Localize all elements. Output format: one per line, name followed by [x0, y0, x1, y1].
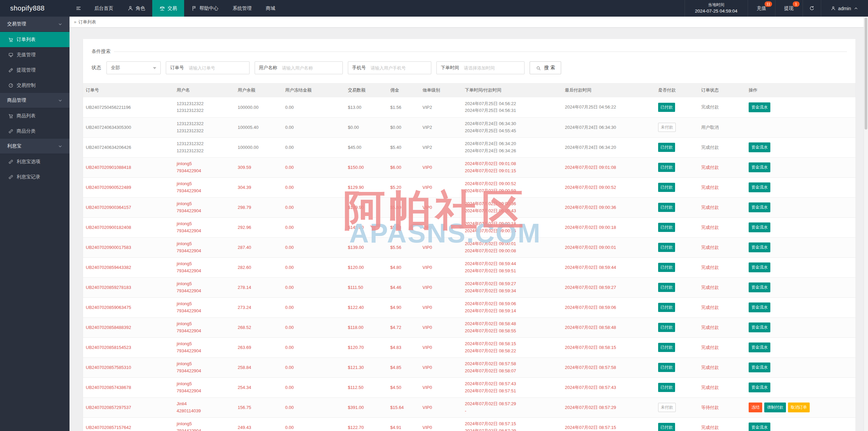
frozen-cell: 0.00 [282, 297, 345, 317]
sidebar-group-header[interactable]: 利息宝 [0, 139, 70, 154]
admin-username: admin [838, 6, 851, 11]
recharge-button[interactable]: 充值 11 [748, 0, 775, 17]
search-button[interactable]: 搜 索 [530, 61, 561, 74]
app-logo: shopify888 [0, 0, 70, 17]
sidebar-item[interactable]: 利息宝记录 [0, 169, 70, 184]
vertical-scrollbar[interactable] [864, 17, 868, 431]
funds-flow-button[interactable]: 资金流水 [749, 282, 770, 292]
order-time-cell: 2024年07月02日 09:00:012024年07月02日 09:00:08 [462, 237, 562, 257]
sidebar-item[interactable]: 交易控制 [0, 78, 70, 93]
commission-cell: $5.83 [388, 217, 420, 237]
sidebar-item[interactable]: 商品分类 [0, 123, 70, 139]
funds-flow-button[interactable]: 资金流水 [749, 242, 770, 252]
funds-flow-button[interactable]: 资金流水 [749, 423, 770, 431]
force-pay-button[interactable]: 强制付款 [764, 403, 786, 412]
flag-icon [191, 5, 197, 11]
sidebar-item[interactable]: 订单列表 [0, 32, 70, 47]
search-field-input[interactable] [188, 62, 249, 74]
funds-flow-button[interactable]: 资金流水 [749, 162, 770, 172]
amount-cell: $139.00 [345, 237, 388, 257]
sidebar-item[interactable]: 提现管理 [0, 62, 70, 78]
user-cell: jinlong57934422904 [174, 177, 235, 197]
balance-cell: 292.96 [235, 217, 282, 237]
last-pay-time-cell: 2024年07月02日 08:57:43 [562, 377, 655, 397]
user-cell: jinlong57934422904 [174, 237, 235, 257]
sidebar-group-header[interactable]: 交易管理 [0, 17, 70, 32]
funds-flow-button[interactable]: 资金流水 [749, 383, 770, 392]
order-no-cell: UB2407020900364157 [83, 197, 174, 217]
funds-flow-button[interactable]: 资金流水 [749, 202, 770, 212]
funds-flow-button[interactable]: 资金流水 [749, 102, 770, 112]
pay-status-badge: 已付款 [658, 163, 675, 172]
column-header: 交易数额 [345, 83, 388, 97]
order-no-cell: UB2407020859278183 [83, 277, 174, 297]
order-status-cell: 用户取消 [698, 117, 746, 137]
funds-flow-button[interactable]: 资金流水 [749, 302, 770, 312]
nav-item[interactable]: 帮助中心 [184, 0, 225, 17]
sidebar-item-label: 提现管理 [17, 67, 36, 73]
last-pay-time-cell: 2024年07月02日 08:57:58 [562, 357, 655, 377]
column-header: 操作 [746, 83, 855, 97]
commission-cell: $4.83 [388, 337, 420, 357]
refresh-button[interactable] [803, 0, 821, 17]
commission-cell: $4.91 [388, 417, 420, 431]
search-field-input[interactable] [463, 62, 524, 74]
refresh-icon [809, 5, 815, 11]
scrollbar-thumb[interactable] [865, 18, 867, 130]
sidebar-group-header[interactable]: 商品管理 [0, 93, 70, 108]
funds-flow-button[interactable]: 资金流水 [749, 342, 770, 352]
sidebar-item[interactable]: 充值管理 [0, 47, 70, 62]
pay-status-badge: 已付款 [658, 383, 675, 392]
commission-cell: $6.00 [388, 157, 420, 177]
nav-item[interactable]: 交易 [152, 0, 184, 17]
level-cell: VIP0 [420, 217, 462, 237]
order-no-cell: UB2407020857157642 [83, 417, 174, 431]
cancel-order-button[interactable]: 取消订单 [788, 403, 810, 412]
freeze-button[interactable]: 冻结 [749, 403, 762, 412]
pay-status-badge: 已付款 [658, 223, 675, 232]
table-row: UB2407020857585310jinlong57934422904258.… [83, 357, 855, 377]
funds-flow-button[interactable]: 资金流水 [749, 363, 770, 372]
amount-cell: $139.90 [345, 197, 388, 217]
withdraw-badge: 1 [793, 1, 800, 7]
recharge-badge: 11 [765, 1, 772, 7]
search-field-group: 手机号 [348, 61, 432, 74]
search-field-input[interactable] [370, 62, 431, 74]
column-header: 用户余额 [235, 83, 282, 97]
frozen-cell: 0.00 [282, 237, 345, 257]
admin-menu[interactable]: admin [821, 0, 868, 17]
content: 条件搜索 状态 全部 订单号用户名称手机号下单时间 搜 索 [70, 27, 868, 431]
actions-cell: 资金流水 [746, 177, 855, 197]
user-cell: jinlong57934422904 [174, 377, 235, 397]
pay-status-cell: 已付款 [655, 337, 698, 357]
table-row: UB2407020859278183jinlong57934422904278.… [83, 277, 855, 297]
nav-item[interactable]: 角色 [120, 0, 152, 17]
column-header: 做单级别 [420, 83, 462, 97]
last-pay-time-cell: 2024年07月02日 08:57:15 [562, 417, 655, 431]
nav-item[interactable]: 后台首页 [87, 0, 120, 17]
funds-flow-button[interactable]: 资金流水 [749, 222, 770, 232]
pay-status-cell: 已付款 [655, 237, 698, 257]
withdraw-button[interactable]: 提现 1 [775, 0, 803, 17]
actions-cell: 资金流水 [746, 257, 855, 277]
order-status-cell: 完成付款 [698, 337, 746, 357]
funds-flow-button[interactable]: 资金流水 [749, 322, 770, 332]
last-pay-time-cell: 2024年07月02日 08:58:48 [562, 317, 655, 337]
sidebar-toggle-button[interactable] [70, 0, 87, 17]
funds-flow-button[interactable]: 资金流水 [749, 182, 770, 192]
last-pay-time-cell: 2024年07月02日 08:57:29 [562, 397, 655, 417]
sidebar-item[interactable]: 利息宝选项 [0, 154, 70, 169]
nav-item[interactable]: 系统管理 [225, 0, 259, 17]
actions-cell: 资金流水 [746, 357, 855, 377]
status-select[interactable]: 全部 [106, 61, 161, 74]
funds-flow-button[interactable]: 资金流水 [749, 142, 770, 152]
frozen-cell: 0.00 [282, 257, 345, 277]
nav-item[interactable]: 商城 [259, 0, 282, 17]
balance-cell: 273.24 [235, 297, 282, 317]
sidebar-item[interactable]: 商品列表 [0, 108, 70, 123]
actions-cell: 资金流水 [746, 277, 855, 297]
search-field-input[interactable] [281, 62, 342, 74]
order-status-cell: 完成付款 [698, 317, 746, 337]
table-row: UB2407020900522489jinlong57934422904304.… [83, 177, 855, 197]
funds-flow-button[interactable]: 资金流水 [749, 262, 770, 272]
